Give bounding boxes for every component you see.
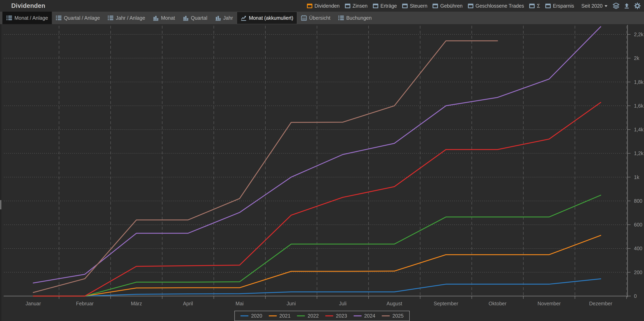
series-toggle-gebühren[interactable]: Gebühren — [432, 3, 462, 9]
x-axis-label: Juni — [286, 301, 296, 306]
series-toggle-label: Gebühren — [440, 3, 462, 9]
legend-entry-2023[interactable]: 2023 — [325, 313, 347, 319]
gear-icon[interactable] — [634, 3, 641, 9]
bar-chart-icon — [215, 15, 221, 21]
x-axis-label: Juli — [339, 301, 347, 306]
legend-swatch — [354, 315, 362, 316]
list-icon — [56, 15, 62, 21]
legend-entry-2020[interactable]: 2020 — [240, 313, 262, 319]
x-axis-label: August — [386, 301, 402, 306]
title-bar: Dividenden DividendenZinsenErträgeSteuer… — [0, 0, 644, 12]
list-icon — [108, 15, 114, 21]
legend-swatch — [269, 315, 277, 316]
series-toggle-label: Dividenden — [314, 3, 340, 9]
y-axis-label: 1,8k — [634, 79, 644, 85]
line-chart-icon — [240, 15, 247, 21]
calendar-icon — [301, 15, 307, 21]
tab-label: Monat / Anlage — [14, 15, 48, 21]
checkbox-icon[interactable] — [545, 4, 551, 8]
bar-chart-icon — [153, 15, 159, 21]
legend-label: 2021 — [280, 313, 291, 319]
tab-jahr-anlage[interactable]: Jahr / Anlage — [104, 12, 149, 24]
y-axis-label: 1,4k — [634, 127, 644, 132]
period-selector[interactable]: Seit 2020 — [581, 3, 608, 9]
tab-label: Jahr — [223, 15, 233, 21]
legend-label: 2024 — [364, 313, 376, 319]
list-icon — [6, 15, 12, 21]
series-toggle-label: Geschlossene Trades — [476, 3, 524, 9]
x-axis-label: November — [538, 301, 560, 306]
y-axis-label: 1k — [634, 174, 640, 180]
tab-monat[interactable]: Monat — [149, 12, 179, 24]
tab-buchungen[interactable]: Buchungen — [334, 12, 376, 24]
legend-label: 2023 — [336, 313, 347, 319]
series-toggle-zinsen[interactable]: Zinsen — [345, 3, 368, 9]
y-axis-label: 400 — [634, 246, 642, 251]
tab-quartal-anlage[interactable]: Quartal / Anlage — [52, 12, 104, 24]
y-axis-label: 800 — [634, 198, 642, 204]
x-axis-label: Mai — [236, 301, 244, 306]
series-toggle-label: Ersparnis — [553, 3, 574, 9]
tab-quartal[interactable]: Quartal — [179, 12, 211, 24]
tab-label: Monat (akkumuliert) — [249, 15, 293, 21]
x-axis-label: Februar — [76, 301, 94, 306]
y-axis-label: 600 — [634, 222, 642, 227]
tab-label: Quartal — [191, 15, 208, 21]
sidebar-resize-handle[interactable] — [0, 200, 2, 209]
left-edge-strip — [0, 24, 2, 321]
series-toggle-steuern[interactable]: Steuern — [402, 3, 428, 9]
chevron-down-icon — [604, 5, 608, 7]
legend-label: 2020 — [251, 313, 262, 319]
page-title: Dividenden — [11, 2, 45, 10]
series-toggle-group: DividendenZinsenErträgeSteuernGebührenGe… — [307, 3, 574, 9]
series-toggle-label: Erträge — [380, 3, 397, 9]
tab-label: Buchungen — [346, 15, 372, 21]
chart-canvas[interactable]: 02004006008001k1,2k1,4k1,6k1,8k2k2,2kJan… — [0, 0, 644, 321]
series-toggle-dividenden[interactable]: Dividenden — [307, 3, 340, 9]
x-axis-label: Dezember — [589, 301, 612, 306]
x-axis-label: Oktober — [489, 301, 506, 306]
tab-jahr[interactable]: Jahr — [211, 12, 237, 24]
series-toggle-geschlossene-trades[interactable]: Geschlossene Trades — [468, 3, 524, 9]
view-tab-bar: Monat / AnlageQuartal / AnlageJahr / Anl… — [0, 12, 644, 24]
x-axis-label: April — [183, 301, 193, 306]
checkbox-icon[interactable] — [307, 4, 312, 8]
tab-monat-akkumuliert[interactable]: Monat (akkumuliert) — [237, 12, 297, 24]
series-toggle-erträge[interactable]: Erträge — [373, 3, 397, 9]
bar-chart-icon — [183, 15, 189, 21]
y-axis-label: 1,2k — [634, 150, 644, 156]
tab-monat-anlage[interactable]: Monat / Anlage — [2, 12, 52, 24]
checkbox-icon[interactable] — [468, 4, 473, 8]
period-selector-label: Seit 2020 — [581, 3, 602, 9]
tab-übersicht[interactable]: Übersicht — [297, 12, 334, 24]
x-axis-label: September — [434, 301, 458, 306]
y-axis-label: 0 — [634, 293, 637, 299]
checkbox-icon[interactable] — [529, 4, 535, 8]
legend-entry-2021[interactable]: 2021 — [269, 313, 291, 319]
legend-swatch — [297, 315, 305, 316]
legend-entry-2025[interactable]: 2025 — [382, 313, 404, 319]
legend-entry-2024[interactable]: 2024 — [354, 313, 376, 319]
tab-label: Jahr / Anlage — [116, 15, 145, 21]
y-axis-label: 2k — [634, 55, 640, 61]
series-toggle-[interactable]: Σ — [529, 3, 540, 9]
checkbox-icon[interactable] — [345, 4, 350, 8]
layers-icon[interactable] — [613, 3, 620, 9]
legend-label: 2022 — [308, 313, 319, 319]
legend-swatch — [382, 315, 390, 316]
app-window: 02004006008001k1,2k1,4k1,6k1,8k2k2,2kJan… — [0, 0, 644, 321]
series-toggle-label: Zinsen — [352, 3, 368, 9]
checkbox-icon[interactable] — [432, 4, 438, 8]
tab-label: Monat — [161, 15, 175, 21]
tab-label: Übersicht — [309, 15, 330, 21]
legend-entry-2022[interactable]: 2022 — [297, 313, 319, 319]
checkbox-icon[interactable] — [373, 4, 378, 8]
y-axis-label: 200 — [634, 269, 642, 275]
legend-swatch — [325, 315, 333, 316]
header-icon-group — [613, 3, 641, 9]
checkbox-icon[interactable] — [402, 4, 408, 8]
chart-legend: 202020212022202320242025 — [234, 311, 410, 321]
series-toggle-ersparnis[interactable]: Ersparnis — [545, 3, 574, 9]
upload-icon[interactable] — [624, 3, 630, 9]
series-toggle-label: Σ — [537, 3, 540, 9]
